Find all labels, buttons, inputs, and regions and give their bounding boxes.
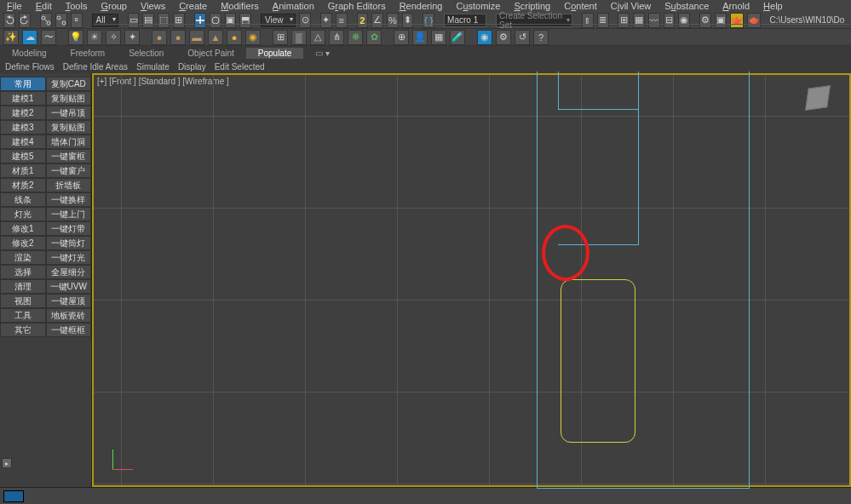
timeline-play-button[interactable]: ▸ [2, 458, 12, 468]
menu-customize[interactable]: Customize [456, 1, 500, 11]
selection-filter-dropdown[interactable]: All [92, 14, 118, 27]
panel-cat-8[interactable]: 线条 [0, 192, 46, 207]
subtab-define-idle[interactable]: Define Idle Areas [61, 62, 129, 72]
render-prod-button[interactable]: 🫖 [730, 13, 744, 28]
rock3-button[interactable]: ▬ [189, 30, 204, 45]
panel-tool-3[interactable]: 复制贴图 [46, 120, 92, 135]
noise-button[interactable]: ▒ [291, 30, 307, 45]
sparkle-button[interactable]: ✦ [124, 30, 140, 45]
undo-button[interactable] [3, 13, 15, 28]
panel-tool-14[interactable]: 一键UVW [46, 279, 92, 294]
menu-graph-editors[interactable]: Graph Editors [328, 1, 386, 11]
panel-tool-12[interactable]: 一键灯光 [46, 250, 92, 265]
menu-civil-view[interactable]: Civil View [611, 1, 652, 11]
menu-help[interactable]: Help [763, 1, 783, 11]
align-button[interactable]: ≣ [597, 13, 609, 28]
tab-selection[interactable]: Selection [117, 48, 175, 59]
rock1-button[interactable]: ● [152, 30, 167, 45]
selection-set-dropdown[interactable]: Create Selection Set [496, 14, 572, 27]
menu-arnold[interactable]: Arnold [722, 1, 750, 11]
edit-selection-set-button[interactable]: { } [423, 13, 434, 28]
panel-cat-10[interactable]: 修改1 [0, 221, 46, 236]
select-move-button[interactable] [194, 13, 206, 28]
percent-snap-button[interactable]: % [387, 13, 399, 28]
panel-tool-11[interactable]: 一键筒灯 [46, 236, 92, 250]
menu-modifiers[interactable]: Modifiers [221, 1, 259, 11]
viewcube[interactable] [805, 85, 831, 111]
tab-object-paint[interactable]: Object Paint [175, 48, 245, 59]
bottle-button[interactable]: 🧪 [450, 30, 465, 45]
panel-cat-11[interactable]: 修改2 [0, 236, 46, 250]
char-button[interactable]: 👤 [412, 30, 428, 45]
menu-views[interactable]: Views [141, 1, 165, 11]
subtab-edit-selected[interactable]: Edit Selected [213, 62, 267, 72]
spinner-snap-button[interactable]: ⬍ [402, 13, 414, 28]
panel-cat-1[interactable]: 建模1 [0, 91, 46, 106]
layer-explorer-button[interactable]: ⊞ [618, 13, 630, 28]
layer-color-swatch[interactable] [3, 490, 24, 502]
render-frame-button[interactable]: ▣ [715, 13, 727, 28]
subtab-display[interactable]: Display [176, 62, 208, 72]
panel-tool-15[interactable]: 一键屋顶 [46, 294, 92, 308]
render-iter-button[interactable]: 🫖 [747, 13, 761, 28]
panel-tool-10[interactable]: 一键灯带 [46, 221, 92, 236]
panel-cat-15[interactable]: 视图 [0, 294, 46, 308]
angle-snap-button[interactable]: ∠ [371, 13, 383, 28]
menu-edit[interactable]: Edit [36, 1, 52, 11]
panel-tool-6[interactable]: 一键窗户 [46, 163, 92, 178]
pivot-center-button[interactable]: ⊙ [299, 13, 311, 28]
panel-cat-0[interactable]: 常用 [0, 77, 46, 91]
panel-cat-5[interactable]: 建模5 [0, 149, 46, 163]
rock2-button[interactable]: ● [170, 30, 186, 45]
link-button[interactable] [40, 13, 52, 28]
render-setup-button[interactable]: ⚙ [699, 13, 711, 28]
panel-cat-7[interactable]: 材质2 [0, 178, 46, 192]
panel-cat-12[interactable]: 渲染 [0, 250, 46, 265]
material-editor-button[interactable]: ◉ [678, 13, 690, 28]
panel-cat-16[interactable]: 工具 [0, 308, 46, 323]
keyboard-shortcut-button[interactable]: ≡ [336, 13, 348, 28]
select-scale-button[interactable]: ▣ [225, 13, 237, 28]
panel-tool-16[interactable]: 地板瓷砖 [46, 308, 92, 323]
reset-button[interactable]: ↺ [515, 30, 530, 45]
tab-populate[interactable]: Populate [246, 48, 303, 59]
palette-button[interactable]: ▦ [431, 30, 446, 45]
panel-tool-7[interactable]: 折墙板 [46, 178, 92, 192]
select-button[interactable]: ▭ [128, 13, 140, 28]
panel-cat-4[interactable]: 建模4 [0, 135, 46, 149]
mirror-button[interactable]: ⫿ [582, 13, 594, 28]
viewport-front[interactable]: [+] [Front ] [Standard ] [Wireframe ] [92, 73, 851, 487]
panel-cat-17[interactable]: 其它 [0, 323, 46, 337]
panel-tool-2[interactable]: 一键吊顶 [46, 106, 92, 120]
panel-tool-17[interactable]: 一键框框 [46, 323, 92, 337]
panel-tool-5[interactable]: 一键窗框 [46, 149, 92, 163]
panel-tool-4[interactable]: 墙体门洞 [46, 135, 92, 149]
panel-cat-2[interactable]: 建模2 [0, 106, 46, 120]
grid-icon[interactable]: ⊞ [273, 30, 288, 45]
tab-freeform[interactable]: Freeform [59, 48, 118, 59]
panel-cat-14[interactable]: 清理 [0, 279, 46, 294]
menu-group[interactable]: Group [101, 1, 127, 11]
sphere2-button[interactable]: ◉ [245, 30, 261, 45]
plant-button[interactable]: ❋ [348, 30, 363, 45]
menu-tools[interactable]: Tools [66, 1, 88, 11]
schematic-view-button[interactable]: ⊟ [664, 13, 676, 28]
tab-modeling[interactable]: Modeling [0, 48, 59, 59]
bind-button[interactable]: ⚬ [71, 13, 83, 28]
tab-display-toggle[interactable]: ▭ ▾ [303, 48, 342, 59]
snap-toggle-button[interactable]: 2 [357, 13, 369, 28]
redo-button[interactable] [19, 13, 31, 28]
panel-cat-9[interactable]: 灯光 [0, 207, 46, 221]
unlink-button[interactable] [55, 13, 67, 28]
curve-editor-button[interactable]: 〰 [648, 13, 660, 28]
help-icon[interactable]: ? [533, 30, 549, 45]
sphere-button[interactable]: ● [227, 30, 242, 45]
env-button[interactable]: ◉ [477, 30, 492, 45]
panel-tool-1[interactable]: 复制贴图 [46, 91, 92, 106]
rock4-button[interactable]: ▲ [208, 30, 223, 45]
config-button[interactable]: ⚙ [496, 30, 511, 45]
select-rotate-button[interactable] [210, 13, 221, 28]
select-place-button[interactable]: ⬒ [239, 13, 251, 28]
panel-cat-13[interactable]: 选择 [0, 265, 46, 279]
measure-button[interactable]: △ [310, 30, 325, 45]
